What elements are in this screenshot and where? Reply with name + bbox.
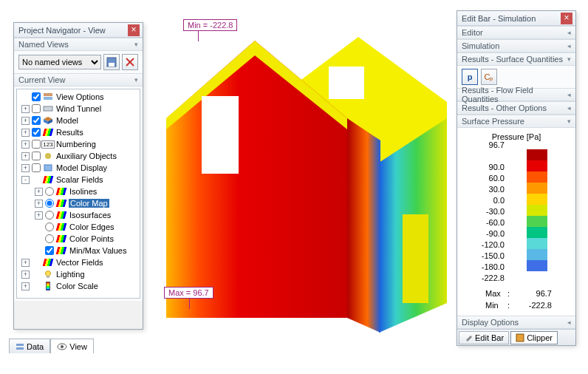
legend-row: -222.8: [463, 266, 507, 277]
tree-expander[interactable]: +: [35, 211, 43, 220]
stripe-icon: [56, 222, 66, 231]
tree-item-vector-fields[interactable]: +Vector Fields: [17, 256, 140, 268]
svg-rect-22: [16, 344, 24, 346]
tree-checkbox[interactable]: [32, 128, 41, 137]
section-flow-label: Results - Flow Field Quantities: [462, 86, 567, 103]
navigator-title: Project Navigator - View: [18, 26, 106, 35]
tree-checkbox[interactable]: [32, 92, 41, 101]
named-views-label: Named Views: [18, 40, 69, 49]
legend-row: 0.0: [463, 188, 507, 200]
legend-swatch: [527, 205, 547, 216]
editbar-titlebar[interactable]: Edit Bar - Simulation ×: [457, 11, 575, 26]
section-surface-quantities[interactable]: Results - Surface Quantities▾: [457, 52, 575, 66]
legend-swatch: [527, 216, 547, 227]
tree-item-label: Color Map: [69, 199, 109, 208]
current-view-header[interactable]: Current View ▾: [14, 73, 143, 86]
collapse-icon: ▾: [134, 76, 138, 84]
expand-icon: ◂: [567, 29, 571, 36]
stripe-icon: [56, 187, 66, 196]
tab-data[interactable]: Data: [9, 339, 50, 353]
tree-item-label: Model: [55, 116, 79, 125]
tree-item-isolines[interactable]: +Isolines: [17, 186, 140, 197]
tree-expander[interactable]: +: [21, 282, 30, 290]
tree-radio[interactable]: [45, 199, 54, 208]
tree-item-color-points[interactable]: Color Points: [17, 233, 140, 245]
tree-expander[interactable]: +: [21, 259, 30, 267]
tree-radio[interactable]: [45, 211, 54, 220]
view-options-tree[interactable]: View Options+Wind Tunnel+Model+Results+1…: [16, 89, 140, 299]
tree-checkbox[interactable]: [32, 163, 41, 172]
tree-item-model[interactable]: +Model: [17, 115, 140, 126]
save-icon: [106, 57, 117, 67]
legend-max-label: Max: [463, 289, 507, 298]
tree-item-color-scale[interactable]: +Color Scale: [17, 280, 140, 292]
tree-radio[interactable]: [45, 222, 54, 231]
section-editor[interactable]: Editor◂: [457, 26, 575, 39]
stripe-icon: [43, 175, 53, 184]
tree-checkbox[interactable]: [32, 140, 41, 149]
edit-bar-panel: Edit Bar - Simulation × Editor◂ Simulati…: [457, 10, 576, 346]
svg-point-20: [46, 271, 51, 276]
tree-expander[interactable]: +: [35, 188, 43, 196]
tree-expander[interactable]: +: [21, 140, 30, 149]
named-views-header[interactable]: Named Views ▾: [14, 38, 143, 51]
tree-item-isosurfaces[interactable]: +Isosurfaces: [17, 209, 140, 221]
tree-item-view-options[interactable]: View Options: [17, 91, 140, 103]
tree-item-scalar-fields[interactable]: -Scalar Fields: [17, 174, 140, 186]
tree-item-auxiliary-objects[interactable]: +Auxiliary Objects: [17, 150, 140, 162]
tree-item-label: Wind Tunnel: [55, 104, 102, 113]
tree-item-min-max-values[interactable]: Min/Max Values: [17, 245, 140, 256]
delete-view-button[interactable]: [122, 54, 138, 70]
section-other-label: Results - Other Options: [462, 103, 547, 112]
tree-item-label: Vector Fields: [55, 258, 104, 267]
svg-rect-23: [16, 347, 24, 350]
min-annotation: Min = -222.8: [183, 19, 237, 31]
tree-checkbox[interactable]: [45, 246, 54, 255]
pressure-button[interactable]: p: [462, 69, 478, 85]
tree-item-label: Isolines: [69, 187, 98, 196]
tree-item-numbering[interactable]: +123Numbering: [17, 138, 140, 150]
tree-item-model-display[interactable]: +Model Display: [17, 162, 140, 174]
tree-radio[interactable]: [45, 234, 54, 243]
expand-icon: ◂: [567, 319, 571, 326]
tree-expander[interactable]: +: [21, 105, 30, 113]
tab-data-label: Data: [27, 342, 44, 351]
editbar-close-button[interactable]: ×: [561, 13, 572, 24]
tree-expander[interactable]: +: [35, 200, 43, 208]
current-view-label: Current View: [18, 75, 65, 84]
tree-expander[interactable]: +: [21, 129, 30, 137]
cp-button[interactable]: Cₚ: [481, 69, 497, 85]
tree-item-wind-tunnel[interactable]: +Wind Tunnel: [17, 103, 140, 115]
eye-icon: [57, 343, 67, 350]
legend-row: 30.0: [463, 177, 507, 188]
tree-checkbox[interactable]: [32, 152, 41, 160]
tree-expander[interactable]: -: [21, 176, 30, 184]
expand-icon: ◂: [567, 91, 571, 98]
tab-edit-bar[interactable]: Edit Bar: [459, 331, 509, 344]
save-view-button[interactable]: [103, 54, 120, 70]
tree-radio[interactable]: [45, 187, 54, 196]
tab-view[interactable]: View: [50, 339, 94, 353]
tree-expander[interactable]: +: [21, 152, 30, 160]
section-simulation[interactable]: Simulation◂: [457, 39, 575, 52]
tree-expander[interactable]: +: [21, 271, 30, 279]
navigator-close-button[interactable]: ×: [128, 24, 140, 36]
legend-swatch: [527, 249, 547, 260]
tree-expander[interactable]: +: [21, 117, 30, 125]
tree-item-lighting[interactable]: +Lighting: [17, 268, 140, 280]
section-surface-label: Results - Surface Quantities: [462, 55, 563, 64]
tree-checkbox[interactable]: [32, 116, 41, 125]
named-views-select[interactable]: No named views: [18, 55, 101, 69]
legend-swatch: [527, 238, 547, 249]
tab-clipper[interactable]: Clipper: [510, 331, 558, 344]
navigator-titlebar[interactable]: Project Navigator - View ×: [14, 23, 143, 38]
section-display-options[interactable]: Display Options◂: [457, 316, 575, 329]
tree-item-color-edges[interactable]: Color Edges: [17, 221, 140, 233]
section-flow-quantities[interactable]: Results - Flow Field Quantities◂: [457, 88, 575, 101]
tree-item-color-map[interactable]: +Color Map: [17, 197, 140, 209]
legend-value: -222.8: [463, 273, 507, 282]
tree-item-results[interactable]: +Results: [17, 126, 140, 138]
tree-expander[interactable]: +: [21, 164, 30, 172]
section-surface-pressure[interactable]: Surface Pressure▾: [457, 115, 575, 128]
tree-checkbox[interactable]: [32, 104, 41, 113]
